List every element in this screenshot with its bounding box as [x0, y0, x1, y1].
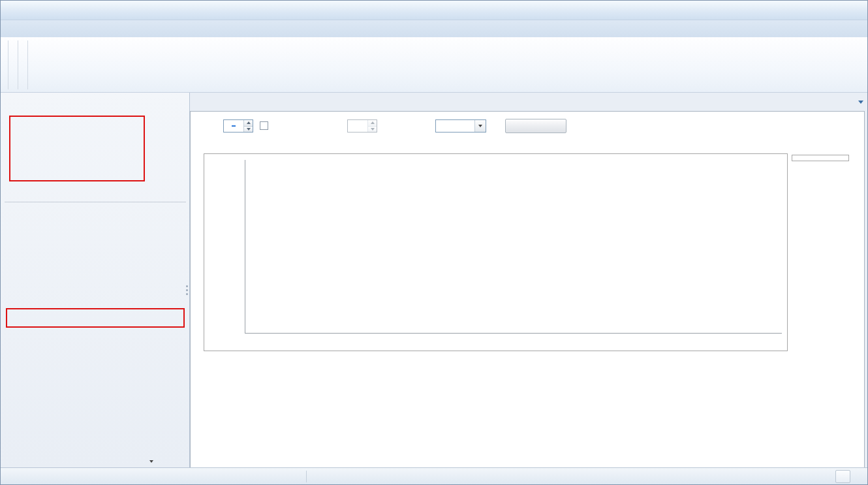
receipt-type-select[interactable] [435, 119, 486, 133]
tabrow-right-buttons [833, 23, 863, 35]
resize-grip[interactable] [858, 475, 866, 483]
annotation-red-box [6, 308, 185, 328]
y-axis [204, 160, 242, 334]
chart-legend [792, 155, 849, 161]
sidebar [1, 93, 190, 469]
spinner-buttons [367, 120, 377, 132]
filter-button[interactable] [505, 119, 566, 133]
ribbon-main-group [3, 39, 6, 91]
window-controls [807, 3, 865, 16]
spin-down-icon[interactable] [244, 126, 253, 133]
separator [5, 202, 186, 202]
ribbon-group-lista [10, 39, 16, 91]
close-icon[interactable] [846, 3, 865, 16]
spinner-buttons [243, 120, 253, 132]
dashboard-panel [190, 111, 865, 469]
group-separator [27, 40, 28, 89]
ribbon-toolbar [1, 37, 867, 93]
ribbon-options-icon[interactable] [850, 23, 863, 35]
collapse-sidebar-icon[interactable] [168, 100, 180, 112]
group-separator [18, 40, 18, 89]
annotation-red-box [9, 116, 145, 181]
spin-up-icon[interactable] [244, 120, 253, 126]
restore-icon[interactable] [827, 3, 845, 16]
compare-year-spinner [347, 119, 377, 133]
combo-dropdown-icon[interactable] [474, 120, 486, 132]
local-phones-button[interactable] [835, 470, 850, 483]
application-window [0, 0, 868, 485]
separator [306, 471, 307, 482]
compare-checkbox[interactable] [260, 121, 268, 130]
ribbon-group-cerrar [20, 39, 25, 91]
main-area [190, 93, 868, 469]
group-separator [8, 40, 8, 89]
year-spinner[interactable] [223, 119, 253, 133]
spin-down-icon [368, 126, 377, 133]
minimize-icon[interactable] [807, 3, 826, 16]
titlebar [1, 1, 867, 20]
plot-area [245, 160, 782, 334]
ribbon-tab-bar [1, 20, 867, 37]
nav-overflow [143, 460, 153, 463]
chevron-down-icon[interactable] [149, 460, 153, 463]
year-value [232, 125, 236, 127]
statusbar [1, 467, 867, 484]
bar-chart [204, 153, 788, 351]
splitter-handle[interactable] [185, 281, 189, 299]
document-tab-bar [191, 97, 850, 111]
tab-list-dropdown-icon[interactable] [858, 101, 863, 104]
spin-up-icon [368, 120, 377, 126]
collapse-ribbon-icon[interactable] [833, 23, 846, 35]
